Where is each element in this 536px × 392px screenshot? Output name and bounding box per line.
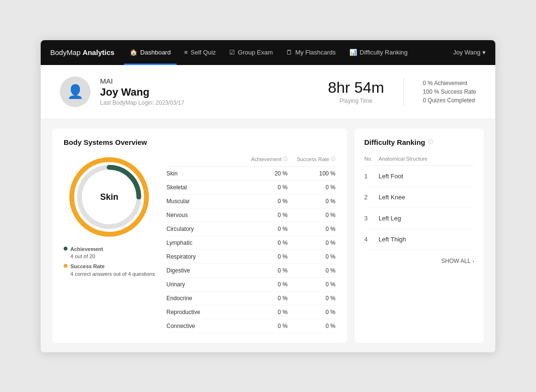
table-row: Muscular 0 % 0 % (167, 195, 335, 208)
system-name: Reproductive (167, 309, 240, 316)
legend-achievement: Achievement 4 out of 20 (64, 246, 155, 261)
profile-mai: MAI (100, 77, 328, 85)
difficulty-header: Difficulty Ranking ⓘ (364, 138, 474, 146)
stats-list: 0 % Achievement 100 % Success Rate 0 Qui… (423, 80, 476, 104)
legend-success-text: Success Rate 4 correct answers out of 4 … (70, 263, 155, 278)
achievement-value: 0 % (240, 240, 288, 246)
home-icon: 🏠 (130, 49, 137, 56)
playing-time-label: Playing Time (328, 98, 384, 104)
brand-analytics: Analytics (82, 48, 114, 56)
success-value: 0 % (288, 253, 335, 260)
ranking-structure-name: Left Thigh (379, 236, 474, 243)
system-name: Urinary (167, 281, 240, 288)
col-structure: Anatomical Structure (379, 156, 474, 162)
achievement-value: 0 % (240, 253, 288, 260)
system-name: Nervous (167, 212, 240, 218)
nav-selfquiz-label: Self Quiz (190, 49, 216, 56)
profile-divider (403, 77, 404, 106)
table-row: Endocrine 0 % 0 % (167, 292, 335, 305)
chevron-down-icon: ▾ (482, 49, 486, 56)
success-value: 100 % (288, 170, 335, 177)
user-menu[interactable]: Joy Wang ▾ (453, 49, 486, 56)
system-name: Connective (167, 323, 240, 329)
success-value: 0 % (288, 240, 335, 246)
system-name: Muscular (167, 198, 240, 205)
profile-stats: 8hr 54m Playing Time 0 % Achievement 100… (328, 77, 476, 106)
system-name: Endocrine (167, 295, 240, 302)
avatar: 👤 (60, 76, 90, 107)
success-value: 0 % (288, 184, 335, 191)
nav-groupexam-label: Group Exam (238, 49, 273, 56)
nav-difficulty-label: Difficulty Ranking (360, 49, 408, 56)
main-content: Body Systems Overview Skin (41, 119, 495, 352)
ranking-structure-name: Left Foot (379, 173, 474, 180)
system-name: Respiratory (167, 253, 240, 260)
system-name: Digestive (167, 267, 240, 274)
system-name: Circulatory (167, 226, 240, 232)
nav-selfquiz[interactable]: ≡ Self Quiz (179, 40, 222, 65)
ranking-row: 1 Left Foot (364, 166, 474, 187)
system-name: Lymphatic (167, 240, 240, 246)
success-value: 0 % (288, 323, 335, 329)
table-row: Lymphatic 0 % 0 % (167, 236, 335, 250)
legend-achievement-text: Achievement 4 out of 20 (70, 246, 103, 261)
nav-groupexam[interactable]: ☑ Group Exam (223, 40, 279, 65)
body-systems-panel: Body Systems Overview Skin (52, 129, 347, 343)
brand: BodyMap Analytics (50, 48, 114, 56)
ranking-number: 4 (364, 236, 379, 243)
chart-area: Skin Achievement 4 out of 20 (64, 154, 335, 333)
achievement-value: 0 % (240, 323, 288, 329)
difficulty-ranking-panel: Difficulty Ranking ⓘ No. Anatomical Stru… (355, 129, 484, 343)
success-info-icon: ⓘ (331, 156, 335, 163)
ranking-number: 3 (364, 215, 379, 222)
person-icon: 👤 (67, 84, 84, 99)
achievement-value: 0 % (240, 281, 288, 288)
col-system (167, 156, 240, 163)
body-systems-title: Body Systems Overview (64, 138, 335, 146)
table-row: Skeletal 0 % 0 % (167, 181, 335, 195)
ranking-row: 3 Left Leg (364, 208, 474, 229)
quizes-stat: 0 Quizes Completed (423, 97, 476, 104)
success-value: 0 % (288, 281, 335, 288)
table-row: Nervous 0 % 0 % (167, 208, 335, 222)
success-value: 0 % (288, 226, 335, 232)
ranking-table-header: No. Anatomical Structure (364, 154, 474, 166)
chart-icon: 📊 (349, 49, 357, 56)
navbar: BodyMap Analytics 🏠 Dashboard ≡ Self Qui… (41, 40, 495, 65)
success-rate-stat: 100 % Success Rate (423, 88, 476, 95)
col-achievement: Achievement ⓘ (240, 156, 288, 163)
show-all-button[interactable]: SHOW ALL › (364, 258, 474, 264)
playing-time-value: 8hr 54m (328, 79, 384, 97)
nav-dashboard-label: Dashboard (140, 49, 171, 56)
app-window: BodyMap Analytics 🏠 Dashboard ≡ Self Qui… (41, 40, 495, 352)
playing-time: 8hr 54m Playing Time (328, 79, 384, 104)
ranking-structure-name: Left Knee (379, 194, 474, 201)
table-row: Circulatory 0 % 0 % (167, 222, 335, 236)
achievement-value: 0 % (240, 295, 288, 302)
table-row: Urinary 0 % 0 % (167, 278, 335, 292)
brand-body: BodyMap (50, 48, 80, 56)
achievement-value: 0 % (240, 212, 288, 218)
nav-flashcards[interactable]: 🗒 My Flashcards (280, 40, 342, 65)
table-row: Reproductive 0 % 0 % (167, 305, 335, 319)
ranking-structure-name: Left Leg (379, 215, 474, 222)
achievement-value: 0 % (240, 198, 288, 205)
success-rate-dot (64, 264, 67, 268)
systems-rows: Skin 20 % 100 % Skeletal 0 % 0 % Muscula… (167, 167, 335, 333)
success-value: 0 % (288, 309, 335, 316)
achievement-info-icon: ⓘ (283, 156, 288, 163)
achievement-value: 0 % (240, 309, 288, 316)
success-value: 0 % (288, 267, 335, 274)
table-row: Skin 20 % 100 % (167, 167, 335, 181)
difficulty-title: Difficulty Ranking (364, 138, 425, 146)
show-all-label: SHOW ALL (441, 258, 470, 264)
nav-dashboard[interactable]: 🏠 Dashboard (124, 40, 177, 65)
success-value: 0 % (288, 212, 335, 218)
profile-login: Last BodyMap Login: 2023/03/17 (100, 99, 328, 106)
achievement-dot (64, 247, 67, 250)
system-name: Skin (167, 170, 240, 177)
nav-flashcards-label: My Flashcards (295, 49, 336, 56)
nav-difficulty[interactable]: 📊 Difficulty Ranking (344, 40, 413, 65)
achievement-value: 0 % (240, 267, 288, 274)
achievement-value: 20 % (240, 170, 288, 177)
